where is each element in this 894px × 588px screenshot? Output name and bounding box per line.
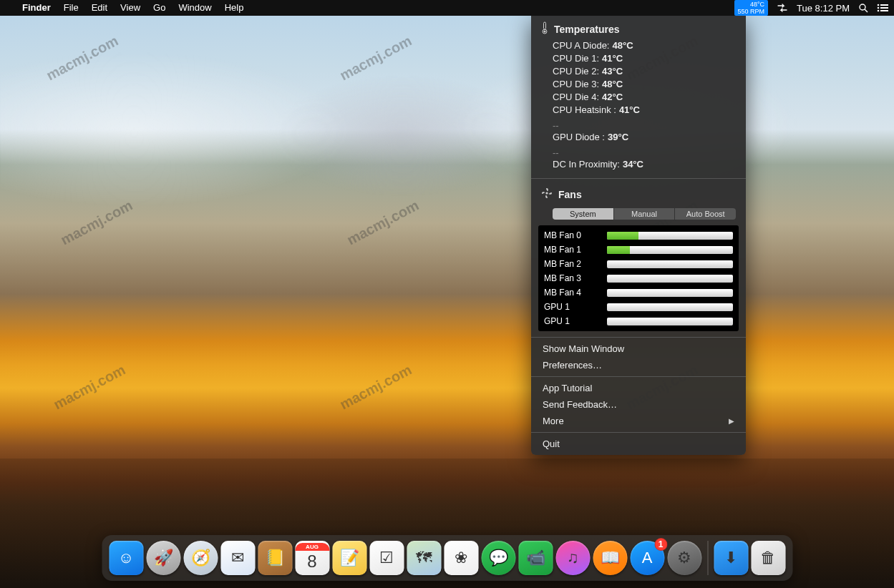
fan-name: MB Fan 3 — [544, 273, 600, 283]
dock-safari[interactable]: 🧭 — [183, 541, 218, 575]
svg-point-11 — [545, 192, 548, 194]
dock-itunes[interactable]: ♫ — [555, 541, 590, 575]
menu-send-feedback[interactable]: Send Feedback… — [531, 396, 746, 413]
dock-appstore[interactable]: A1 — [630, 541, 664, 575]
svg-rect-5 — [880, 7, 888, 9]
fan-bar[interactable] — [607, 289, 733, 297]
fan-row: MB Fan 2 — [543, 257, 734, 271]
dock-downloads[interactable]: ⬇ — [714, 541, 748, 575]
wallpaper-mountains — [0, 0, 894, 323]
chevron-right-icon: ▶ — [729, 417, 734, 425]
dock-finder[interactable]: ☺ — [109, 541, 143, 575]
watermark: macmj.com — [337, 362, 414, 413]
temp-row: CPU Heatsink :41°C — [553, 104, 736, 117]
fan-bar[interactable] — [607, 260, 733, 268]
fan-name: MB Fan 2 — [544, 259, 600, 269]
fan-icon — [541, 187, 553, 201]
temp-row: CPU Die 2:43°C — [553, 65, 736, 78]
fast-user-switch-icon[interactable] — [777, 3, 788, 13]
fan-row: MB Fan 4 — [543, 285, 734, 300]
temp-row: CPU Die 1:41°C — [553, 52, 736, 65]
fan-fill — [607, 246, 630, 254]
menubar-app-name[interactable]: Finder — [16, 0, 57, 16]
svg-point-0 — [860, 4, 865, 10]
spotlight-icon[interactable] — [858, 3, 868, 13]
dock-trash[interactable]: 🗑 — [751, 541, 785, 575]
dock-badge: 1 — [654, 538, 667, 551]
dock-ibooks[interactable]: 📖 — [593, 541, 627, 575]
temp-widget-temp: 48°C — [738, 1, 765, 8]
watermark: macmj.com — [51, 362, 128, 413]
fan-name: GPU 1 — [544, 302, 600, 312]
temp-widget-rpm: 550 RPM — [738, 8, 765, 15]
dock: ☺🚀🧭✉📒AUG8📝☑🗺❀💬📹♫📖A1⚙⬇🗑 — [102, 535, 792, 581]
menubar-item-go[interactable]: Go — [147, 0, 172, 16]
seg-autoboost[interactable]: Auto Boost — [674, 208, 736, 220]
fan-row: MB Fan 3 — [543, 271, 734, 285]
fan-mode-segmented[interactable]: System Manual Auto Boost — [553, 208, 736, 220]
svg-point-6 — [878, 10, 880, 12]
notification-center-icon[interactable] — [877, 4, 888, 12]
menubar-item-view[interactable]: View — [114, 0, 147, 16]
svg-rect-3 — [880, 4, 888, 6]
thermometer-icon — [541, 21, 548, 36]
fan-row: GPU 1 — [543, 300, 734, 314]
menubar: Finder File Edit View Go Window Help 48°… — [0, 0, 894, 16]
menu-app-tutorial[interactable]: App Tutorial — [531, 380, 746, 396]
svg-point-10 — [543, 30, 545, 32]
temp-row: DC In Proximity:34°C — [553, 158, 736, 171]
fan-name: MB Fan 4 — [544, 288, 600, 298]
menu-show-main-window[interactable]: Show Main Window — [531, 340, 746, 357]
dock-separator — [707, 541, 708, 575]
temp-row: CPU Die 3:48°C — [553, 78, 736, 91]
menubar-clock[interactable]: Tue 8:12 PM — [797, 3, 850, 14]
menubar-temp-widget[interactable]: 48°C 550 RPM — [734, 0, 769, 16]
menu-more[interactable]: More▶ — [531, 413, 746, 429]
svg-point-4 — [878, 7, 880, 9]
fans-title: Fans — [558, 189, 582, 200]
menu-quit[interactable]: Quit — [531, 436, 746, 452]
temperature-list: CPU A Diode:48°C CPU Die 1:41°C CPU Die … — [531, 39, 746, 121]
dock-launchpad[interactable]: 🚀 — [146, 541, 180, 575]
fan-fill — [607, 232, 638, 240]
fan-name: GPU 1 — [544, 316, 600, 326]
seg-system[interactable]: System — [553, 208, 613, 220]
dock-reminders[interactable]: ☑ — [369, 541, 404, 575]
dock-calendar[interactable]: AUG8 — [295, 541, 329, 575]
fan-bar[interactable] — [607, 275, 733, 283]
menubar-item-window[interactable]: Window — [172, 0, 218, 16]
menubar-item-edit[interactable]: Edit — [85, 0, 114, 16]
fan-bar[interactable] — [607, 303, 733, 311]
fan-row: MB Fan 0 — [543, 228, 734, 242]
temp-row: CPU A Diode:48°C — [553, 39, 736, 52]
fans-header: Fans — [531, 182, 746, 204]
dock-maps[interactable]: 🗺 — [407, 541, 441, 575]
fan-name: MB Fan 0 — [544, 230, 600, 240]
menu-preferences[interactable]: Preferences… — [531, 357, 746, 373]
fan-list: MB Fan 0MB Fan 1MB Fan 2MB Fan 3MB Fan 4… — [538, 225, 739, 331]
fan-bar[interactable] — [607, 232, 733, 240]
dock-notes[interactable]: 📝 — [332, 541, 366, 575]
menubar-item-file[interactable]: File — [57, 0, 85, 16]
svg-point-2 — [878, 4, 880, 6]
menubar-item-help[interactable]: Help — [218, 0, 251, 16]
dock-mail[interactable]: ✉ — [220, 541, 255, 575]
temp-monitor-panel: Temperatures CPU A Diode:48°C CPU Die 1:… — [531, 16, 746, 455]
svg-line-1 — [865, 9, 868, 12]
gpu-temp: GPU Diode :39°C — [531, 131, 746, 148]
seg-manual[interactable]: Manual — [613, 208, 675, 220]
dock-facetime[interactable]: 📹 — [518, 541, 553, 575]
dock-contacts[interactable]: 📒 — [258, 541, 292, 575]
temperatures-header: Temperatures — [531, 16, 746, 39]
dc-temp: DC In Proximity:34°C — [531, 158, 746, 175]
svg-rect-8 — [544, 22, 546, 29]
fan-bar[interactable] — [607, 318, 733, 325]
dock-photos[interactable]: ❀ — [444, 541, 478, 575]
dock-messages[interactable]: 💬 — [481, 541, 515, 575]
fan-bar[interactable] — [607, 246, 733, 254]
divider-dash: -- — [531, 148, 746, 158]
fan-name: MB Fan 1 — [544, 245, 600, 255]
temp-row: GPU Diode :39°C — [553, 131, 736, 144]
fan-row: GPU 1 — [543, 314, 734, 328]
dock-sysprefs[interactable]: ⚙ — [667, 541, 701, 575]
